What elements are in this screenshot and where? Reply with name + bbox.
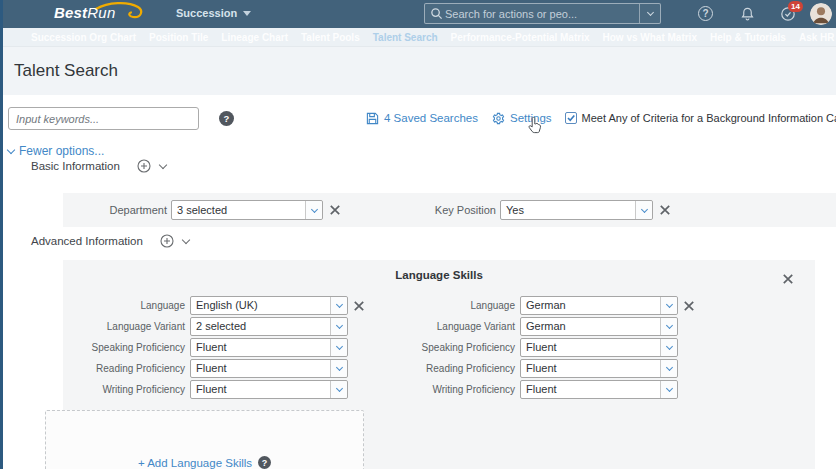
language-skills-title: Language Skills xyxy=(63,269,815,281)
remove-language-right-button[interactable] xyxy=(683,300,695,312)
page-title: Talent Search xyxy=(14,61,118,81)
chevron-down-icon xyxy=(646,9,653,16)
basic-information-section-header: Basic Information xyxy=(31,159,166,173)
combo-value: Fluent xyxy=(521,339,660,356)
remove-language-left-button[interactable] xyxy=(353,300,365,312)
nav-item-how-vs-what-matrix[interactable]: How vs What Matrix xyxy=(603,32,697,43)
combo-value: Fluent xyxy=(521,381,660,398)
combo-value: German xyxy=(521,297,660,314)
module-selector[interactable]: Succession xyxy=(176,7,251,19)
criteria-checkbox[interactable] xyxy=(565,112,577,124)
advanced-information-label: Advanced Information xyxy=(31,235,143,247)
advanced-collapse-chevron-icon[interactable] xyxy=(182,235,190,243)
dropdown-arrow-button[interactable] xyxy=(660,297,677,314)
dropdown-arrow-button[interactable] xyxy=(660,339,677,356)
close-language-skills-button[interactable] xyxy=(782,273,794,285)
dropdown-arrow-button[interactable] xyxy=(330,297,347,314)
nav-item-ask-hr[interactable]: Ask HR xyxy=(799,32,835,43)
dropdown-arrow-button[interactable] xyxy=(330,339,347,356)
language-combobox-right[interactable]: German xyxy=(520,296,678,315)
settings-label: Settings xyxy=(510,112,552,124)
language-label: Language xyxy=(403,296,515,315)
writing-proficiency-combobox-right[interactable]: Fluent xyxy=(520,380,678,399)
speaking-proficiency-combobox-left[interactable]: Fluent xyxy=(190,338,348,357)
notifications-bell-icon[interactable] xyxy=(740,6,755,26)
combo-value: Fluent xyxy=(191,360,330,377)
combo-value: English (UK) xyxy=(191,297,330,314)
bestrun-logo[interactable]: BestRun xyxy=(54,4,115,21)
dropdown-arrow-button[interactable] xyxy=(660,381,677,398)
add-basic-criteria-button[interactable] xyxy=(137,159,151,173)
language-variant-combobox-left[interactable]: 2 selected xyxy=(190,317,348,336)
todo-count-badge: 14 xyxy=(788,1,803,12)
reading-proficiency-label: Reading Proficiency xyxy=(73,359,185,378)
module-caret-icon xyxy=(243,11,251,16)
writing-proficiency-row: Writing Proficiency Fluent Writing Profi… xyxy=(63,380,815,399)
nav-item-succession-org-chart[interactable]: Succession Org Chart xyxy=(31,32,136,43)
chevron-down-icon xyxy=(665,322,672,329)
plus-circle-icon xyxy=(160,234,174,248)
writing-proficiency-label: Writing Proficiency xyxy=(403,380,515,399)
dropdown-arrow-button[interactable] xyxy=(660,360,677,377)
add-language-skills-link[interactable]: + Add Language Skills xyxy=(138,457,252,469)
close-icon xyxy=(782,273,794,285)
key-position-combobox[interactable]: Yes xyxy=(500,200,653,220)
page-title-bar: Talent Search xyxy=(0,47,836,95)
gear-icon xyxy=(492,112,505,125)
writing-proficiency-combobox-left[interactable]: Fluent xyxy=(190,380,348,399)
dropdown-arrow-button[interactable] xyxy=(330,318,347,335)
add-language-skills-row: + Add Language Skills ? xyxy=(45,456,364,469)
keywords-input[interactable] xyxy=(8,107,199,130)
reading-proficiency-combobox-left[interactable]: Fluent xyxy=(190,359,348,378)
language-combobox-left[interactable]: English (UK) xyxy=(190,296,348,315)
dropdown-arrow-button[interactable] xyxy=(660,318,677,335)
fewer-options-link[interactable]: Fewer options... xyxy=(8,144,104,158)
remove-key-position-button[interactable] xyxy=(659,204,671,216)
department-combobox[interactable]: 3 selected xyxy=(171,200,323,220)
speaking-proficiency-row: Speaking Proficiency Fluent Speaking Pro… xyxy=(63,338,815,357)
plus-circle-icon xyxy=(137,159,151,173)
chevron-down-icon xyxy=(640,205,647,212)
global-search-input[interactable] xyxy=(443,8,639,20)
nav-item-lineage-chart[interactable]: Lineage Chart xyxy=(221,32,288,43)
basic-information-panel: Department 3 selected Key Position Yes xyxy=(63,193,836,227)
remove-department-button[interactable] xyxy=(329,204,341,216)
keywords-help-icon[interactable]: ? xyxy=(219,111,234,126)
department-value: 3 selected xyxy=(172,201,305,219)
combo-value: Fluent xyxy=(521,360,660,377)
chevron-down-icon xyxy=(665,343,672,350)
help-glyph: ? xyxy=(262,458,268,468)
language-variant-combobox-right[interactable]: German xyxy=(520,317,678,336)
settings-link[interactable]: Settings xyxy=(492,112,552,125)
toolbar-right-group: 4 Saved Searches Settings Meet Any of Cr… xyxy=(366,109,836,127)
nav-item-position-tile[interactable]: Position Tile xyxy=(149,32,208,43)
global-search xyxy=(424,3,661,24)
reading-proficiency-combobox-right[interactable]: Fluent xyxy=(520,359,678,378)
dropdown-arrow-button[interactable] xyxy=(330,360,347,377)
module-nav-bar: Succession Org Chart Position Tile Linea… xyxy=(0,28,836,47)
dropdown-arrow-button[interactable] xyxy=(305,201,322,219)
language-row: Language English (UK) Language German xyxy=(63,296,815,315)
add-advanced-criteria-button[interactable] xyxy=(160,234,174,248)
basic-collapse-chevron-icon[interactable] xyxy=(159,160,167,168)
nav-item-help-tutorials[interactable]: Help & Tutorials xyxy=(710,32,786,43)
speaking-proficiency-combobox-right[interactable]: Fluent xyxy=(520,338,678,357)
reading-proficiency-row: Reading Proficiency Fluent Reading Profi… xyxy=(63,359,815,378)
saved-searches-label: 4 Saved Searches xyxy=(384,112,478,124)
avatar[interactable] xyxy=(810,3,832,25)
nav-item-talent-pools[interactable]: Talent Pools xyxy=(301,32,360,43)
speaking-proficiency-label: Speaking Proficiency xyxy=(403,338,515,357)
combo-value: 2 selected xyxy=(191,318,330,335)
chevron-down-icon xyxy=(7,145,15,153)
fewer-options-label: Fewer options... xyxy=(19,144,104,158)
help-icon[interactable]: ? xyxy=(698,6,713,21)
search-scope-dropdown[interactable] xyxy=(639,4,660,23)
key-position-label: Key Position xyxy=(430,193,496,227)
language-label: Language xyxy=(73,296,185,315)
saved-searches-link[interactable]: 4 Saved Searches xyxy=(366,112,478,125)
nav-item-performance-potential-matrix[interactable]: Performance-Potential Matrix xyxy=(451,32,590,43)
dropdown-arrow-button[interactable] xyxy=(330,381,347,398)
nav-item-talent-search[interactable]: Talent Search xyxy=(373,32,438,43)
add-language-skills-help-icon[interactable]: ? xyxy=(258,456,271,469)
dropdown-arrow-button[interactable] xyxy=(635,201,652,219)
